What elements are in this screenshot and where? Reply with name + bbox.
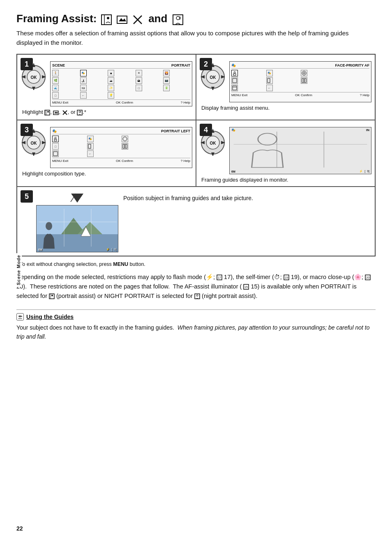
night-portrait-icon — [172, 14, 184, 25]
svg-text:17: 17 — [218, 276, 221, 279]
step-4-cell: 4 OK 🎭 IN — [196, 120, 375, 187]
step-5-screen: 🎭 IN — [36, 205, 118, 252]
fp3-1 — [231, 85, 238, 91]
step-5-caption: Position subject in framing guides and t… — [123, 194, 371, 203]
step-3-number: 3 — [21, 124, 33, 136]
si4-blank — [136, 92, 142, 99]
svg-marker-4 — [119, 18, 126, 21]
svg-point-8 — [176, 16, 180, 20]
si4-1: □ — [52, 92, 59, 99]
svg-rect-55 — [123, 144, 125, 148]
si2-3: ⛰ — [108, 77, 114, 84]
pl-icon2: 🎭 — [87, 136, 94, 142]
svg-text:20: 20 — [366, 276, 369, 279]
guides-body-text: Your subject does not have to fit exactl… — [16, 323, 376, 342]
inline-icon-flash: 17 — [217, 275, 222, 280]
svg-rect-40 — [304, 78, 306, 83]
fp2-1 — [231, 77, 238, 84]
svg-rect-56 — [125, 144, 127, 148]
pl3-blank — [122, 150, 128, 157]
using-guides-label: Using the Guides — [26, 314, 74, 320]
page-number: 22 — [16, 525, 23, 532]
svg-text:OK: OK — [210, 141, 217, 145]
step-1-number: 1 — [21, 58, 33, 70]
fp3-2: ← — [266, 85, 273, 91]
svg-rect-51 — [54, 139, 57, 141]
step-4-screen: 🎭 IN 6M ⚡[9] — [229, 127, 371, 174]
title-text: Framing Assist: — [16, 12, 100, 25]
svg-text:✓: ✓ — [233, 74, 234, 76]
fp-icon2: 🎭 — [266, 70, 273, 76]
fp2-3 — [301, 77, 307, 84]
pl2-2 — [87, 143, 94, 150]
svg-text:OK: OK — [31, 75, 37, 80]
fp-icon1: ✓ — [231, 70, 238, 76]
svg-rect-39 — [302, 78, 304, 83]
step1-bottom-bar: MENU Exit OK Confirm ? Help — [52, 99, 190, 104]
svg-text:OK: OK — [31, 141, 37, 145]
si3-1: 🌊 — [52, 85, 59, 91]
pencil-icon: ✏ — [16, 313, 24, 321]
si2-4: 🏔 — [136, 77, 142, 84]
svg-marker-20 — [54, 112, 58, 113]
intro-paragraph: These modes offer a selection of framing… — [16, 29, 376, 47]
svg-text:✓: ✓ — [53, 137, 55, 139]
cross-icon — [132, 14, 143, 25]
cap-icon2 — [53, 110, 59, 115]
fp-icon3 — [301, 70, 307, 76]
pl-icon1: ✓ — [52, 136, 59, 142]
svg-point-35 — [302, 71, 306, 75]
svg-point-68 — [258, 134, 277, 145]
svg-point-2 — [107, 17, 109, 19]
step-1-caption: Highlight , , , or .* — [21, 109, 86, 115]
step-4-caption: Framing guides displayed in monitor. — [200, 177, 288, 183]
svg-point-90 — [51, 295, 53, 296]
scene-mode-label: Scene Mode — [15, 253, 22, 287]
si2-5: 📷 — [163, 77, 170, 84]
exit-note: * To exit without changing selection, pr… — [16, 261, 376, 268]
svg-point-18 — [47, 111, 49, 113]
pl-blank — [157, 136, 163, 142]
step-5-cell: 5 🎭 IN — [17, 187, 375, 256]
si4-3: 💡 — [108, 92, 114, 99]
title-icons: and — [100, 14, 185, 24]
portrait-assist-icon — [101, 14, 112, 25]
step2-bottom-bar: MENU Exit OK Confirm ? Help — [231, 92, 369, 97]
scene-icon-portrait: 🎭 — [80, 70, 87, 76]
svg-text:19: 19 — [285, 276, 288, 279]
scene-icon-cross: ✕ — [136, 70, 142, 76]
si4-blank2 — [163, 92, 170, 99]
step3-bottom-bar: MENU Exit OK Confirm ? Help — [52, 158, 190, 163]
cap-icon4 — [77, 110, 83, 115]
svg-rect-16 — [45, 110, 50, 115]
scene-icon-black: ■ — [108, 70, 114, 76]
step-2-cell: 2 OK 🎭 FACE-PRIORITY AF ✓ — [196, 54, 375, 120]
pl3-2: ← — [87, 150, 94, 157]
svg-text:OK: OK — [210, 75, 217, 80]
using-guides-section: ✏ Using the Guides Your subject does not… — [16, 309, 376, 342]
svg-point-36 — [303, 72, 305, 74]
step-3-caption: Highlight composition type. — [21, 171, 86, 177]
fp-blank — [336, 70, 342, 76]
svg-rect-54 — [88, 144, 91, 148]
inline-icon-timer: 19 — [284, 275, 289, 280]
pl-icon3 — [122, 136, 128, 142]
guides-body-main: Your subject does not have to fit exactl… — [16, 324, 174, 331]
svg-point-32 — [234, 72, 235, 73]
page-title: Framing Assist: and — [16, 12, 376, 25]
pl3-blank2 — [157, 150, 163, 157]
inline-night-icon — [194, 293, 200, 299]
fp3-blank2 — [336, 85, 342, 91]
svg-text:15: 15 — [244, 286, 248, 288]
body-text-paragraph: Depending on the mode selected, restrict… — [16, 272, 376, 301]
svg-rect-88 — [49, 294, 54, 299]
si3-5: 🔋 — [163, 85, 170, 91]
si3-2: 🍽 — [80, 85, 87, 91]
svg-rect-41 — [233, 86, 237, 90]
svg-point-24 — [79, 111, 81, 113]
svg-point-92 — [196, 295, 198, 296]
svg-point-53 — [123, 137, 127, 141]
si2-1: 🌿 — [52, 77, 59, 84]
step-2-caption: Display framing assist menu. — [200, 105, 270, 111]
si2-2: 🏞 — [80, 77, 87, 84]
